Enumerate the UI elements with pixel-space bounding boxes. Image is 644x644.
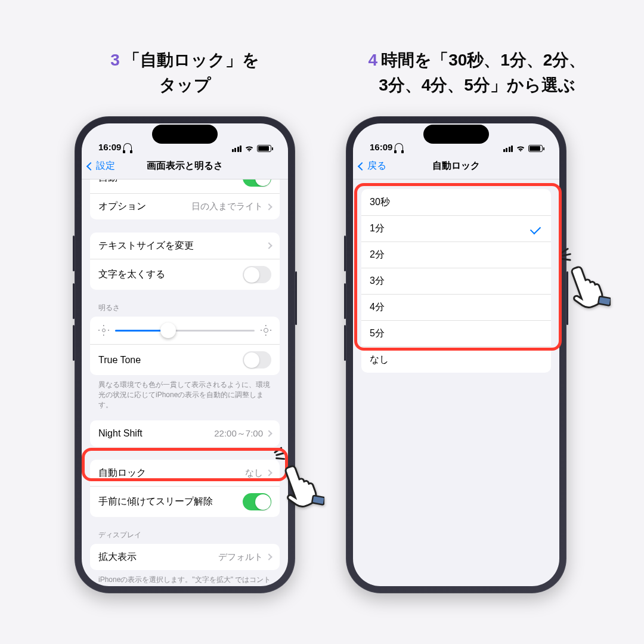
back-button[interactable]: 設定: [88, 160, 115, 172]
row-label: 4分: [370, 301, 385, 314]
step-3-caption: 3「自動ロック」を タップ: [72, 48, 298, 98]
chevron-right-icon: [265, 431, 272, 437]
row-truetone[interactable]: True Tone: [90, 344, 280, 375]
dynamic-island: [423, 125, 489, 144]
checkmark-icon: [530, 223, 541, 234]
row-autolock[interactable]: 自動ロック なし: [90, 460, 280, 486]
back-label: 設定: [96, 160, 115, 172]
pointer-hand-icon: [565, 259, 611, 312]
row-label: 自動ロック: [98, 467, 146, 479]
phone-mockup-step4: 16:09 戻る 自動ロック 30秒1分2分3分4分5分なし: [346, 116, 566, 593]
toggle-switch[interactable]: [243, 351, 271, 369]
back-label: 戻る: [367, 160, 386, 172]
row-label: 手前に傾けてスリープ解除: [98, 496, 213, 508]
toggle-switch[interactable]: [243, 179, 271, 187]
pointer-hand-icon: [279, 458, 324, 512]
row-brightness-slider[interactable]: [90, 317, 280, 344]
status-time: 16:09: [370, 142, 392, 152]
svg-rect-0: [312, 496, 324, 505]
row-label: 2分: [370, 249, 385, 261]
chevron-left-icon: [86, 162, 95, 170]
section-header-display: ディスプレイ: [98, 530, 271, 540]
row-label: 3分: [370, 275, 385, 287]
autolock-option[interactable]: 3分: [361, 268, 551, 294]
svg-rect-1: [598, 296, 611, 306]
row-auto[interactable]: 自動: [90, 179, 280, 193]
wifi-icon: [516, 145, 525, 152]
nav-title: 自動ロック: [432, 160, 480, 172]
wifi-icon: [244, 145, 254, 152]
cellular-icon: [232, 145, 242, 152]
autolock-option[interactable]: 5分: [361, 320, 551, 346]
row-label: テキストサイズを変更: [98, 240, 194, 252]
battery-icon: [257, 145, 271, 152]
row-nightshift[interactable]: Night Shift 22:00～7:00: [90, 420, 280, 447]
nav-bar: 戻る 自動ロック: [353, 153, 559, 179]
row-label: True Tone: [98, 355, 141, 366]
back-button[interactable]: 戻る: [359, 160, 386, 172]
autolock-option[interactable]: 30秒: [361, 189, 551, 215]
zoom-caption: iPhoneの表示を選択します。"文字を拡大" ではコントロールが拡大表示されま…: [98, 575, 271, 586]
row-label: 1分: [370, 222, 385, 235]
row-value: 日の入までライト: [191, 201, 263, 212]
chevron-right-icon: [265, 554, 272, 561]
status-time: 16:09: [98, 142, 121, 152]
headphones-icon: [123, 143, 132, 151]
chevron-left-icon: [358, 162, 366, 170]
headphones-icon: [395, 143, 403, 151]
row-textsize[interactable]: テキストサイズを変更: [90, 233, 280, 259]
autolock-option[interactable]: なし: [361, 346, 551, 373]
row-label: 5分: [370, 327, 385, 340]
autolock-options-list: 30秒1分2分3分4分5分なし: [361, 189, 551, 373]
row-label: 文字を太くする: [98, 268, 165, 281]
toggle-switch[interactable]: [243, 493, 271, 510]
battery-icon: [528, 145, 543, 152]
chevron-right-icon: [265, 470, 272, 476]
sun-large-icon: [261, 325, 271, 336]
chevron-right-icon: [265, 242, 272, 249]
row-label: 30秒: [370, 196, 390, 209]
row-label: なし: [370, 354, 389, 366]
row-value: デフォルト: [218, 552, 263, 563]
nav-title: 画面表示と明るさ: [147, 160, 223, 172]
dynamic-island: [152, 125, 218, 144]
autolock-option[interactable]: 2分: [361, 242, 551, 268]
step-4-caption: 4時間を「30秒、1分、2分、 3分、4分、5分」から選ぶ: [334, 48, 620, 98]
nav-bar: 設定 画面表示と明るさ: [82, 153, 288, 179]
row-value: 22:00～7:00: [214, 428, 263, 439]
row-zoom[interactable]: 拡大表示 デフォルト: [90, 544, 280, 570]
row-label: Night Shift: [98, 428, 143, 439]
sun-small-icon: [98, 325, 109, 336]
autolock-option[interactable]: 1分: [361, 215, 551, 242]
chevron-right-icon: [265, 203, 272, 210]
row-value: なし: [245, 467, 263, 479]
autolock-option[interactable]: 4分: [361, 294, 551, 320]
row-label: 自動: [98, 179, 117, 184]
truetone-caption: 異なる環境でも色が一貫して表示されるように、環境光の状況に応じてiPhoneの表…: [98, 380, 271, 410]
brightness-slider[interactable]: [115, 330, 255, 332]
row-raise-to-wake[interactable]: 手前に傾けてスリープ解除: [90, 486, 280, 517]
cellular-icon: [503, 145, 513, 152]
row-options[interactable]: オプション 日の入までライト: [90, 193, 280, 219]
row-label: オプション: [98, 200, 146, 213]
phone-mockup-step3: 16:09 設定 画面表示と明るさ 自動: [75, 116, 295, 593]
row-bold[interactable]: 文字を太くする: [90, 259, 280, 290]
row-label: 拡大表示: [98, 551, 137, 564]
toggle-switch[interactable]: [243, 266, 271, 283]
section-header-brightness: 明るさ: [98, 303, 271, 313]
